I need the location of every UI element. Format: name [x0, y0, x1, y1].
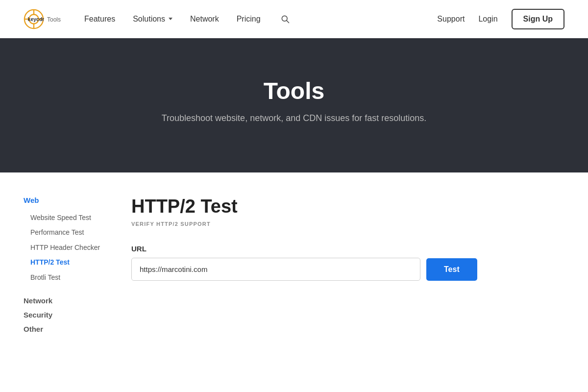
tool-subtitle: VERIFY HTTP/2 SUPPORT [131, 221, 564, 227]
nav-links: Features Solutions Network Pricing [84, 12, 437, 26]
signup-button[interactable]: Sign Up [512, 9, 564, 29]
hero-title: Tools [24, 77, 564, 104]
sidebar-item-website-speed-test[interactable]: Website Speed Test [24, 210, 106, 225]
sidebar: Web Website Speed Test Performance Test … [24, 196, 122, 339]
logo-tools-label: Tools [47, 16, 61, 23]
login-link[interactable]: Login [478, 15, 497, 24]
url-row: Test [131, 258, 564, 281]
sidebar-category-other[interactable]: Other [24, 325, 106, 333]
url-label: URL [131, 245, 564, 253]
hero-section: Tools Troubleshoot website, network, and… [0, 38, 588, 172]
sidebar-item-brotli-test[interactable]: Brotli Test [24, 270, 106, 285]
sidebar-item-performance-test[interactable]: Performance Test [24, 225, 106, 240]
support-link[interactable]: Support [437, 15, 465, 24]
nav-solutions[interactable]: Solutions [133, 15, 172, 24]
sidebar-category-network[interactable]: Network [24, 296, 106, 305]
nav-features[interactable]: Features [84, 15, 115, 24]
sidebar-category-web[interactable]: Web [24, 196, 106, 204]
search-icon [280, 14, 290, 24]
nav-pricing[interactable]: Pricing [237, 15, 261, 24]
chevron-down-icon [169, 18, 172, 20]
content-area: Web Website Speed Test Performance Test … [0, 172, 588, 363]
tool-title: HTTP/2 Test [131, 196, 564, 217]
web-items: Website Speed Test Performance Test HTTP… [24, 210, 106, 285]
nav-right: Support Login Sign Up [437, 9, 564, 29]
logo-link[interactable]: keycdn Tools [24, 9, 61, 29]
sidebar-item-http2-test[interactable]: HTTP/2 Test [24, 255, 106, 270]
main-content: HTTP/2 Test VERIFY HTTP/2 SUPPORT URL Te… [122, 196, 564, 339]
navigation: keycdn Tools Features Solutions Network … [0, 0, 588, 38]
hero-subtitle: Troubleshoot website, network, and CDN i… [24, 113, 564, 123]
svg-text:keycdn: keycdn [28, 16, 44, 22]
test-button[interactable]: Test [426, 258, 477, 281]
sidebar-item-http-header-checker[interactable]: HTTP Header Checker [24, 240, 106, 255]
nav-network[interactable]: Network [190, 15, 219, 24]
search-button[interactable] [278, 12, 292, 26]
url-input[interactable] [131, 258, 420, 281]
sidebar-category-security[interactable]: Security [24, 311, 106, 319]
svg-line-8 [286, 20, 289, 23]
